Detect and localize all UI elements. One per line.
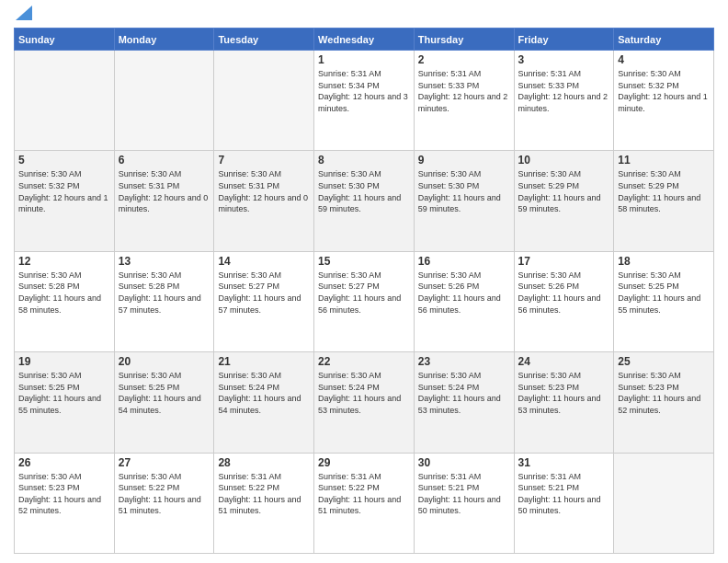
day-info: Sunrise: 5:30 AM Sunset: 5:26 PM Dayligh… <box>518 270 610 316</box>
day-info: Sunrise: 5:30 AM Sunset: 5:30 PM Dayligh… <box>418 168 510 214</box>
day-cell: 22Sunrise: 5:30 AM Sunset: 5:24 PM Dayli… <box>314 352 415 453</box>
day-info: Sunrise: 5:30 AM Sunset: 5:29 PM Dayligh… <box>518 168 610 214</box>
day-cell: 21Sunrise: 5:30 AM Sunset: 5:24 PM Dayli… <box>214 352 314 453</box>
day-info: Sunrise: 5:30 AM Sunset: 5:26 PM Dayligh… <box>418 270 510 316</box>
day-info: Sunrise: 5:30 AM Sunset: 5:25 PM Dayligh… <box>119 370 210 416</box>
week-row-1: 1Sunrise: 5:31 AM Sunset: 5:34 PM Daylig… <box>15 51 714 151</box>
day-number: 14 <box>218 255 310 268</box>
day-info: Sunrise: 5:30 AM Sunset: 5:24 PM Dayligh… <box>318 370 410 416</box>
day-number: 28 <box>218 456 310 469</box>
logo <box>14 13 32 20</box>
day-cell: 6Sunrise: 5:30 AM Sunset: 5:31 PM Daylig… <box>114 151 214 251</box>
day-cell: 8Sunrise: 5:30 AM Sunset: 5:30 PM Daylig… <box>314 151 415 251</box>
day-number: 19 <box>18 355 110 368</box>
page: SundayMondayTuesdayWednesdayThursdayFrid… <box>0 0 728 563</box>
day-number: 3 <box>518 53 610 66</box>
day-number: 4 <box>618 53 710 66</box>
day-cell: 7Sunrise: 5:30 AM Sunset: 5:31 PM Daylig… <box>214 151 314 251</box>
day-cell: 14Sunrise: 5:30 AM Sunset: 5:27 PM Dayli… <box>214 251 314 351</box>
day-cell: 13Sunrise: 5:30 AM Sunset: 5:28 PM Dayli… <box>114 251 214 351</box>
day-info: Sunrise: 5:30 AM Sunset: 5:27 PM Dayligh… <box>318 270 410 316</box>
day-number: 8 <box>318 154 410 167</box>
day-cell: 10Sunrise: 5:30 AM Sunset: 5:29 PM Dayli… <box>514 151 614 251</box>
day-cell: 1Sunrise: 5:31 AM Sunset: 5:34 PM Daylig… <box>314 51 415 151</box>
day-number: 22 <box>318 355 410 368</box>
col-header-tuesday: Tuesday <box>214 29 314 51</box>
day-info: Sunrise: 5:30 AM Sunset: 5:28 PM Dayligh… <box>18 270 110 316</box>
col-header-sunday: Sunday <box>15 29 115 51</box>
week-row-3: 12Sunrise: 5:30 AM Sunset: 5:28 PM Dayli… <box>15 251 714 351</box>
day-info: Sunrise: 5:30 AM Sunset: 5:25 PM Dayligh… <box>18 370 110 416</box>
day-cell: 20Sunrise: 5:30 AM Sunset: 5:25 PM Dayli… <box>114 352 214 453</box>
day-info: Sunrise: 5:31 AM Sunset: 5:34 PM Dayligh… <box>318 68 410 114</box>
day-number: 10 <box>518 154 610 167</box>
day-cell: 25Sunrise: 5:30 AM Sunset: 5:23 PM Dayli… <box>614 352 714 453</box>
day-number: 26 <box>18 456 110 469</box>
day-number: 21 <box>218 355 310 368</box>
week-row-4: 19Sunrise: 5:30 AM Sunset: 5:25 PM Dayli… <box>15 352 714 453</box>
day-info: Sunrise: 5:31 AM Sunset: 5:21 PM Dayligh… <box>418 471 510 517</box>
day-number: 5 <box>18 154 110 167</box>
day-number: 20 <box>119 355 210 368</box>
col-header-thursday: Thursday <box>414 29 514 51</box>
day-cell <box>15 51 115 151</box>
day-cell: 29Sunrise: 5:31 AM Sunset: 5:22 PM Dayli… <box>314 453 415 553</box>
day-cell: 17Sunrise: 5:30 AM Sunset: 5:26 PM Dayli… <box>514 251 614 351</box>
day-number: 6 <box>119 154 210 167</box>
day-info: Sunrise: 5:30 AM Sunset: 5:23 PM Dayligh… <box>18 471 110 517</box>
day-number: 12 <box>18 255 110 268</box>
day-info: Sunrise: 5:31 AM Sunset: 5:22 PM Dayligh… <box>218 471 310 517</box>
day-cell: 15Sunrise: 5:30 AM Sunset: 5:27 PM Dayli… <box>314 251 415 351</box>
day-info: Sunrise: 5:30 AM Sunset: 5:31 PM Dayligh… <box>119 168 210 214</box>
day-number: 1 <box>318 53 410 66</box>
day-number: 24 <box>518 355 610 368</box>
day-number: 15 <box>318 255 410 268</box>
day-info: Sunrise: 5:30 AM Sunset: 5:25 PM Dayligh… <box>618 270 710 316</box>
day-cell: 16Sunrise: 5:30 AM Sunset: 5:26 PM Dayli… <box>414 251 514 351</box>
day-info: Sunrise: 5:31 AM Sunset: 5:21 PM Dayligh… <box>518 471 610 517</box>
day-info: Sunrise: 5:30 AM Sunset: 5:32 PM Dayligh… <box>18 168 110 214</box>
col-header-wednesday: Wednesday <box>314 29 415 51</box>
day-info: Sunrise: 5:30 AM Sunset: 5:24 PM Dayligh… <box>218 370 310 416</box>
day-cell: 26Sunrise: 5:30 AM Sunset: 5:23 PM Dayli… <box>15 453 115 553</box>
day-number: 27 <box>119 456 210 469</box>
day-cell: 31Sunrise: 5:31 AM Sunset: 5:21 PM Dayli… <box>514 453 614 553</box>
day-number: 13 <box>119 255 210 268</box>
day-number: 29 <box>318 456 410 469</box>
day-number: 25 <box>618 355 710 368</box>
day-cell: 3Sunrise: 5:31 AM Sunset: 5:33 PM Daylig… <box>514 51 614 151</box>
day-info: Sunrise: 5:31 AM Sunset: 5:22 PM Dayligh… <box>318 471 410 517</box>
day-info: Sunrise: 5:30 AM Sunset: 5:24 PM Dayligh… <box>418 370 510 416</box>
day-number: 18 <box>618 255 710 268</box>
day-cell: 24Sunrise: 5:30 AM Sunset: 5:23 PM Dayli… <box>514 352 614 453</box>
day-cell: 11Sunrise: 5:30 AM Sunset: 5:29 PM Dayli… <box>614 151 714 251</box>
day-info: Sunrise: 5:30 AM Sunset: 5:23 PM Dayligh… <box>518 370 610 416</box>
day-info: Sunrise: 5:30 AM Sunset: 5:32 PM Dayligh… <box>618 68 710 114</box>
day-cell: 23Sunrise: 5:30 AM Sunset: 5:24 PM Dayli… <box>414 352 514 453</box>
day-info: Sunrise: 5:30 AM Sunset: 5:22 PM Dayligh… <box>119 471 210 517</box>
day-info: Sunrise: 5:31 AM Sunset: 5:33 PM Dayligh… <box>518 68 610 114</box>
day-cell <box>614 453 714 553</box>
day-number: 31 <box>518 456 610 469</box>
day-cell: 4Sunrise: 5:30 AM Sunset: 5:32 PM Daylig… <box>614 51 714 151</box>
calendar-table: SundayMondayTuesdayWednesdayThursdayFrid… <box>14 28 714 554</box>
logo-icon <box>16 6 32 20</box>
day-info: Sunrise: 5:30 AM Sunset: 5:28 PM Dayligh… <box>119 270 210 316</box>
day-number: 7 <box>218 154 310 167</box>
day-cell: 9Sunrise: 5:30 AM Sunset: 5:30 PM Daylig… <box>414 151 514 251</box>
day-cell: 2Sunrise: 5:31 AM Sunset: 5:33 PM Daylig… <box>414 51 514 151</box>
day-number: 30 <box>418 456 510 469</box>
day-cell: 27Sunrise: 5:30 AM Sunset: 5:22 PM Dayli… <box>114 453 214 553</box>
day-cell: 18Sunrise: 5:30 AM Sunset: 5:25 PM Dayli… <box>614 251 714 351</box>
day-cell: 30Sunrise: 5:31 AM Sunset: 5:21 PM Dayli… <box>414 453 514 553</box>
col-header-monday: Monday <box>114 29 214 51</box>
day-number: 11 <box>618 154 710 167</box>
day-number: 2 <box>418 53 510 66</box>
svg-marker-0 <box>16 6 32 20</box>
day-info: Sunrise: 5:30 AM Sunset: 5:23 PM Dayligh… <box>618 370 710 416</box>
day-cell <box>214 51 314 151</box>
day-number: 23 <box>418 355 510 368</box>
day-number: 17 <box>518 255 610 268</box>
week-row-2: 5Sunrise: 5:30 AM Sunset: 5:32 PM Daylig… <box>15 151 714 251</box>
col-header-friday: Friday <box>514 29 614 51</box>
